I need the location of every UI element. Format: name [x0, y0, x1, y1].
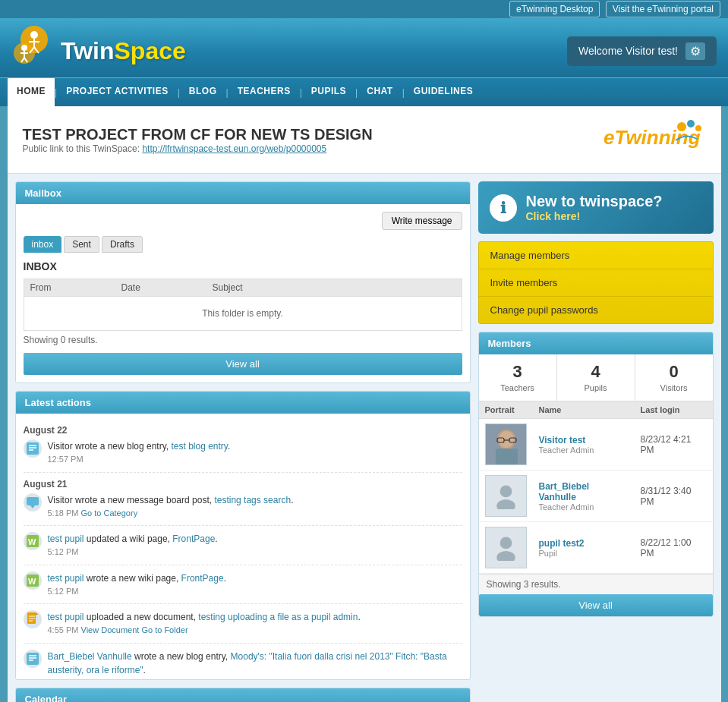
new-to-ts-subtitle: Click here! — [526, 210, 663, 222]
svg-point-14 — [687, 120, 695, 127]
svg-marker-27 — [36, 612, 38, 615]
col-date: Date — [121, 282, 213, 293]
teachers-label: Teachers — [500, 383, 534, 392]
public-link-label: Public link to this TwinSpace: — [23, 143, 140, 154]
nav-teachers[interactable]: TEACHERS — [228, 78, 300, 106]
mailbox-tabs: inbox Sent Drafts — [24, 236, 462, 253]
member-last-login: 8/23/12 4:21 PM — [635, 419, 713, 471]
action-item: test pupil uploaded a new document, test… — [24, 610, 462, 644]
left-column: Mailbox Write message inbox Sent Drafts … — [15, 181, 471, 702]
empty-message: This folder is empty. — [24, 297, 462, 331]
change-passwords-item[interactable]: Change pupil passwords — [479, 297, 713, 323]
member-portrait — [479, 471, 533, 522]
logo-space: Space — [115, 37, 186, 65]
visit-portal-link[interactable]: Visit the eTwinning portal — [606, 1, 720, 17]
member-last-login: 8/31/12 3:40 PM — [635, 471, 713, 522]
action-link[interactable]: testing tags search — [214, 495, 291, 505]
public-link-url[interactable]: http://lfrtwinspace-test.eun.org/web/p00… — [142, 143, 326, 154]
latest-actions-header: Latest actions — [16, 392, 470, 414]
member-name[interactable]: Visitor test — [539, 435, 629, 445]
latest-actions-section: Latest actions August 22 Visitor wrote a… — [15, 391, 471, 680]
action-link[interactable]: Bart_Biebel Vanhulle — [48, 651, 132, 662]
manage-members-item[interactable]: Manage members — [479, 242, 713, 269]
content-area: Mailbox Write message inbox Sent Drafts … — [8, 174, 721, 702]
info-icon: ℹ — [490, 194, 517, 222]
col-last-login: Last login — [635, 401, 713, 419]
member-name[interactable]: pupil test2 — [539, 538, 629, 549]
col-portrait: Portrait — [479, 401, 533, 419]
right-column: ℹ New to twinspace? Click here! Manage m… — [478, 181, 714, 702]
member-row: pupil test2 Pupil 8/22/12 1:00 PM — [479, 522, 713, 574]
action-category-link[interactable]: Go to Category — [81, 508, 138, 518]
action-text: Visitor wrote a new blog entry, test blo… — [48, 439, 231, 466]
action-item: Visitor wrote a new message board post, … — [24, 493, 462, 527]
member-role: Pupil — [539, 549, 629, 558]
date-group-aug21: August 21 — [24, 479, 462, 490]
action-text: test pupil updated a wiki page, FrontPag… — [48, 532, 218, 559]
nav-guidelines[interactable]: GUIDELINES — [405, 78, 482, 106]
nav-pupils[interactable]: PUPILS — [302, 78, 355, 106]
member-role: Teacher Admin — [539, 445, 629, 455]
new-to-twinspace-banner[interactable]: ℹ New to twinspace? Click here! — [478, 181, 714, 234]
nav-home[interactable]: HOME — [8, 78, 55, 106]
view-all-messages-button[interactable]: View all — [24, 353, 462, 375]
action-item: Visitor wrote a new blog entry, test blo… — [24, 439, 462, 473]
mailbox-toolbar: Write message — [24, 212, 462, 230]
action-text: test pupil uploaded a new document, test… — [48, 610, 361, 637]
showing-results: Showing 0 results. — [24, 331, 462, 349]
svg-text:W: W — [28, 537, 36, 546]
nav-chat[interactable]: CHAT — [358, 78, 402, 106]
member-name[interactable]: Bart_Biebel Vanhulle — [539, 481, 629, 502]
member-row: Bart_Biebel Vanhulle Teacher Admin 8/31/… — [479, 471, 713, 522]
tab-inbox[interactable]: inbox — [24, 236, 62, 253]
calendar-header: Calendar — [16, 688, 470, 702]
nav-bar: HOME | PROJECT ACTIVITIES | BLOG | TEACH… — [0, 77, 728, 106]
invite-members-item[interactable]: Invite members — [479, 269, 713, 297]
members-section: Members 3 Teachers 4 Pupils 0 Visitors — [478, 332, 714, 617]
action-icon-blog — [24, 439, 42, 458]
action-link[interactable]: test pupil — [48, 573, 84, 584]
logo-text: TwinSpace — [61, 37, 186, 65]
welcome-text: Welcome Visitor test! — [578, 45, 678, 57]
col-name: Name — [533, 401, 635, 419]
visitors-number: 0 — [639, 362, 709, 382]
twinspace-logo-icon — [8, 24, 61, 77]
action-link[interactable]: testing uploading a file as a pupil admi… — [198, 612, 358, 622]
nav-blog[interactable]: BLOG — [180, 78, 226, 106]
action-icon-document — [24, 610, 42, 628]
svg-rect-43 — [496, 449, 518, 465]
svg-rect-16 — [27, 442, 39, 455]
col-subject: Subject — [213, 282, 455, 293]
header: TwinSpace Welcome Visitor test! ⚙ — [0, 18, 728, 77]
new-to-ts-text: New to twinspace? Click here! — [526, 193, 663, 222]
svg-point-44 — [499, 431, 514, 448]
action-link[interactable]: test pupil — [48, 612, 84, 622]
view-all-members-button[interactable]: View all — [479, 594, 713, 616]
action-text: test pupil wrote a new wiki page, FrontP… — [48, 571, 226, 598]
action-link[interactable]: FrontPage — [172, 534, 215, 544]
tab-sent[interactable]: Sent — [64, 236, 99, 253]
action-link[interactable]: FrontPage — [181, 573, 224, 584]
calendar-section: Calendar — [15, 688, 471, 702]
member-info: pupil test2 Pupil — [533, 522, 635, 574]
action-icon-blog — [24, 650, 42, 668]
logo-area: TwinSpace — [8, 24, 186, 77]
member-last-login: 8/22/12 1:00 PM — [635, 522, 713, 574]
svg-marker-21 — [30, 505, 35, 508]
manage-box: Manage members Invite members Change pup… — [478, 241, 714, 324]
showing-members-count: Showing 3 results. — [479, 574, 713, 594]
gear-icon[interactable]: ⚙ — [685, 42, 705, 60]
etwinning-logo-area: eTwinning — [600, 118, 706, 162]
action-link[interactable]: test pupil — [48, 534, 84, 544]
action-doc-link[interactable]: View Document Go to Folder — [81, 625, 188, 634]
pupils-label: Pupils — [585, 383, 607, 392]
top-bar: eTwinning Desktop Visit the eTwinning po… — [0, 0, 728, 18]
etwinning-desktop-link[interactable]: eTwinning Desktop — [509, 1, 600, 17]
action-icon-wiki: W — [24, 571, 42, 590]
col-from: From — [30, 282, 121, 293]
nav-project-activities[interactable]: PROJECT ACTIVITIES — [57, 78, 178, 106]
svg-point-49 — [496, 499, 515, 509]
write-message-button[interactable]: Write message — [382, 212, 462, 230]
tab-drafts[interactable]: Drafts — [102, 236, 143, 253]
action-link[interactable]: test blog entry — [171, 441, 227, 452]
